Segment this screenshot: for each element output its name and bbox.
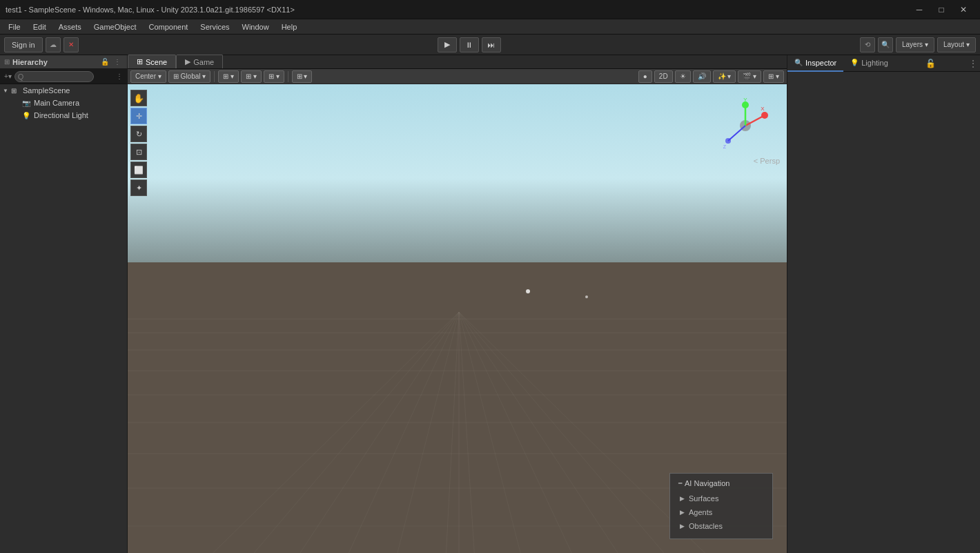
gizmos-btn[interactable]: ● xyxy=(638,70,652,83)
nav-header: ━ AI Navigation xyxy=(678,479,764,487)
play-button[interactable]: ▶ xyxy=(438,37,457,52)
hierarchy-add-icon[interactable]: +▾ xyxy=(4,72,12,80)
scene-extra-btn[interactable]: ⊞ ▾ xyxy=(763,70,784,83)
rotate-tool[interactable]: ↻ xyxy=(130,126,147,142)
menu-gameobject[interactable]: GameObject xyxy=(88,21,142,32)
main-layout: ⊞ Hierarchy 🔓 ⋮ +▾ ⋮ ▼ ⊞ SampleScene 📷 M… xyxy=(0,55,980,553)
hierarchy-item-directionallight[interactable]: 💡 Directional Light xyxy=(0,109,127,122)
hierarchy-lock-icon[interactable]: 🔓 xyxy=(99,57,110,68)
hierarchy-search-input[interactable] xyxy=(14,71,94,82)
global-btn[interactable]: ⊞ Global ▾ xyxy=(168,70,210,83)
lighting-btn[interactable]: ☀ xyxy=(675,70,691,83)
right-panel-more[interactable]: ⋮ xyxy=(966,55,980,72)
menu-component[interactable]: Component xyxy=(143,21,193,32)
hierarchy-more-icon[interactable]: ⋮ xyxy=(112,57,123,68)
history-button[interactable]: ⟲ xyxy=(860,37,875,52)
menu-services[interactable]: Services xyxy=(195,21,235,32)
audio-btn[interactable]: 🔊 xyxy=(693,70,711,83)
maximize-button[interactable]: □ xyxy=(930,0,952,19)
center-area: ⊞ Scene ▶ Game Center ▾ ⊞ Global ▾ ⊞ ▾ ⊞… xyxy=(128,55,787,553)
minimize-button[interactable]: ─ xyxy=(908,0,930,19)
svg-line-11 xyxy=(128,312,459,553)
menu-help[interactable]: Help xyxy=(276,21,303,32)
lighting-icon: 💡 xyxy=(850,59,859,66)
menu-assets[interactable]: Assets xyxy=(53,21,87,32)
nav-surfaces-label: Surfaces xyxy=(689,494,718,503)
move-tool[interactable]: ✛ xyxy=(130,108,147,124)
hierarchy-search-bar: +▾ ⋮ xyxy=(0,69,127,84)
title-bar-controls: ─ □ ✕ xyxy=(908,0,974,19)
svg-line-13 xyxy=(245,312,459,553)
layers-dropdown[interactable]: Layers ▾ xyxy=(896,37,934,52)
menu-bar: File Edit Assets GameObject Component Se… xyxy=(0,19,980,35)
nav-item-agents[interactable]: ▶ Agents xyxy=(678,505,764,519)
svg-line-14 xyxy=(311,312,459,553)
nav-minus-icon: ━ xyxy=(678,480,682,487)
hierarchy-dots-icon[interactable]: ⋮ xyxy=(116,72,123,80)
hand-tool[interactable]: ✋ xyxy=(130,90,147,106)
transform-tool[interactable]: ✦ xyxy=(130,180,147,196)
toolbar-separator-2 xyxy=(288,71,288,82)
step-button[interactable]: ⏭ xyxy=(482,37,501,52)
nav-item-surfaces[interactable]: ▶ Surfaces xyxy=(678,492,764,505)
scene-viewport[interactable]: X Y Z < Persp ━ AI Navigation xyxy=(128,84,787,553)
samplescene-expand-icon: ▼ xyxy=(3,88,11,94)
rect-tool[interactable]: ⬜ xyxy=(130,162,147,178)
center-pivot-btn[interactable]: Center ▾ xyxy=(130,70,166,83)
view-mode-btn[interactable]: ⊞ ▾ xyxy=(218,70,239,83)
svg-text:Y: Y xyxy=(743,98,747,103)
right-panel-tabs: 🔍 Inspector 💡 Lighting 🔓 ⋮ xyxy=(787,55,980,72)
collab-button[interactable]: ✕ xyxy=(63,37,79,52)
tab-game[interactable]: ▶ Game xyxy=(176,55,223,68)
scene-toolbar: Center ▾ ⊞ Global ▾ ⊞ ▾ ⊞ ▾ ⊞ ▾ ⊞ ▾ ● 2D… xyxy=(128,69,787,84)
scene-light-dot xyxy=(526,289,530,293)
scene-center-dot xyxy=(585,295,588,298)
svg-line-18 xyxy=(459,312,480,553)
directionallight-label: Directional Light xyxy=(34,111,88,119)
pause-button[interactable]: ⏸ xyxy=(460,37,479,52)
layout-dropdown[interactable]: Layout ▾ xyxy=(937,37,976,52)
hierarchy-header-icons: 🔓 ⋮ xyxy=(99,57,123,68)
svg-text:X: X xyxy=(761,106,765,112)
viewport-gizmo[interactable]: X Y Z xyxy=(718,98,773,153)
cloud-button[interactable]: ☁ xyxy=(46,37,61,52)
right-panel-lock[interactable]: 🔓 xyxy=(923,55,937,72)
title-bar: test1 - SampleScene - Windows, Mac, Linu… xyxy=(0,0,980,19)
svg-line-16 xyxy=(442,312,459,553)
nav-item-obstacles[interactable]: ▶ Obstacles xyxy=(678,519,764,533)
scale-tool[interactable]: ⊡ xyxy=(130,144,147,160)
lighting-tab-label: Lighting xyxy=(861,59,888,67)
2d-btn[interactable]: 2D xyxy=(654,70,673,83)
snap-btn[interactable]: ⊞ ▾ xyxy=(264,70,284,83)
tab-scene[interactable]: ⊞ Scene xyxy=(128,55,176,68)
search-button[interactable]: 🔍 xyxy=(878,37,893,52)
svg-line-31 xyxy=(728,126,745,141)
paint-btn[interactable]: ⊞ ▾ xyxy=(292,70,313,83)
right-panel: 🔍 Inspector 💡 Lighting 🔓 ⋮ xyxy=(787,55,980,553)
scene-game-tabs: ⊞ Scene ▶ Game xyxy=(128,55,787,69)
inspector-icon: 🔍 xyxy=(794,59,803,66)
surfaces-arrow-icon: ▶ xyxy=(680,495,685,502)
hierarchy-grid-icon: ⊞ xyxy=(4,58,10,66)
fx-btn[interactable]: ✨ ▾ xyxy=(713,70,736,83)
inspector-content xyxy=(787,72,980,553)
tab-lighting[interactable]: 💡 Lighting xyxy=(843,55,895,72)
scene-icon-tab: ⊞ xyxy=(137,57,143,66)
close-button[interactable]: ✕ xyxy=(952,0,974,19)
svg-line-12 xyxy=(183,312,459,553)
menu-window[interactable]: Window xyxy=(237,21,275,32)
game-icon-tab: ▶ xyxy=(185,57,190,66)
tab-inspector[interactable]: 🔍 Inspector xyxy=(787,55,843,72)
signin-button[interactable]: Sign in xyxy=(4,37,43,52)
camera-icon: 📷 xyxy=(22,99,32,107)
hierarchy-item-samplescene[interactable]: ▼ ⊞ SampleScene xyxy=(0,84,127,97)
grid-btn[interactable]: ⊞ ▾ xyxy=(241,70,262,83)
svg-point-32 xyxy=(725,138,731,144)
menu-file[interactable]: File xyxy=(3,21,26,32)
navigation-overlay: ━ AI Navigation ▶ Surfaces ▶ Agents ▶ Ob… xyxy=(669,473,773,539)
hierarchy-item-maincamera[interactable]: 📷 Main Camera xyxy=(0,97,127,109)
svg-line-15 xyxy=(376,312,459,553)
scene-camera-btn[interactable]: 🎬 ▾ xyxy=(738,70,761,83)
light-icon: 💡 xyxy=(22,112,32,119)
menu-edit[interactable]: Edit xyxy=(28,21,52,32)
